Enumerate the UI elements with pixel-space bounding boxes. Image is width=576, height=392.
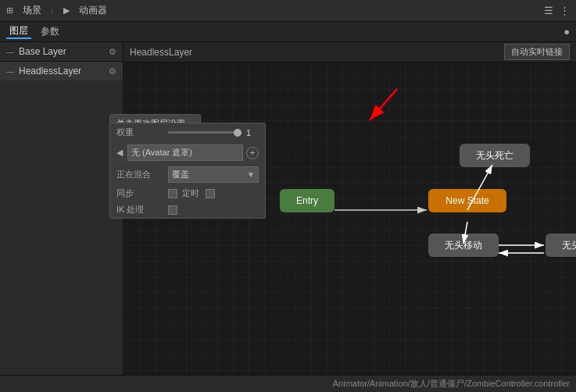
node-new-state[interactable]: New State	[428, 189, 506, 212]
more-icon[interactable]: ⋮	[560, 5, 570, 16]
avatar-select-label: 无 (Avatar 遮罩)	[131, 147, 192, 159]
node-headless-move[interactable]: 无头移动	[428, 233, 499, 257]
animator-label[interactable]: 动画器	[79, 4, 107, 17]
avatar-select[interactable]: 无 (Avatar 遮罩)	[127, 144, 243, 161]
status-path: Animator/Animation/敌人/普通僵尸/ZombieControl…	[333, 378, 570, 390]
ik-label: IK 处理	[116, 204, 163, 216]
layer-panel: 权重 1 ◀ 无 (Avatar 遮罩) + 正在混合	[109, 123, 266, 219]
sync-row: 同步 定时	[110, 185, 265, 201]
weight-slider[interactable]	[168, 131, 241, 134]
sidebar-item-headless-layer[interactable]: — HeadlessLayer ⚙	[0, 62, 123, 80]
sidebar-item-base-layer[interactable]: — Base Layer ⚙	[0, 42, 123, 61]
top-bar: ⊞ 场景 › ▶ 动画器 ☰ ⋮	[0, 0, 576, 22]
arrow-icon: ◀	[116, 148, 124, 158]
ik-checkbox[interactable]	[168, 205, 177, 215]
base-layer-name: Base Layer	[19, 46, 104, 57]
scene-icon: ⊞	[6, 5, 13, 16]
node-entry[interactable]: Entry	[280, 189, 335, 212]
avatar-mask-row: ◀ 无 (Avatar 遮罩) +	[110, 141, 265, 164]
timing-label: 定时	[182, 187, 199, 199]
sync-checkbox[interactable]	[168, 189, 177, 198]
breadcrumb: HeadlessLayer	[130, 47, 192, 58]
timing-checkbox[interactable]	[206, 189, 215, 198]
blend-row: 正在混合 覆盖 ▼	[110, 164, 265, 185]
sidebar: — Base Layer ⚙ — HeadlessLayer ⚙ 单击更改图层设…	[0, 42, 123, 375]
node-new-state-label: New State	[445, 195, 488, 206]
node-headless-attack-label: 无头攻击	[562, 239, 576, 252]
node-headless-death-label: 无头死亡	[476, 149, 513, 162]
headless-layer-name: HeadlessLayer	[19, 66, 104, 77]
blend-dropdown-arrow: ▼	[247, 170, 255, 179]
blend-value: 覆盖	[172, 169, 189, 180]
headless-layer-gear-icon[interactable]: ⚙	[109, 66, 116, 77]
main-layout: — Base Layer ⚙ — HeadlessLayer ⚙ 单击更改图层设…	[0, 42, 576, 375]
canvas-header: HeadlessLayer 自动实时链接	[123, 42, 576, 62]
blend-select[interactable]: 覆盖 ▼	[168, 166, 259, 183]
animator-icon: ▶	[63, 5, 70, 16]
tab-bar: 图层 参数 ●	[0, 22, 576, 42]
node-entry-label: Entry	[296, 195, 318, 206]
tab-params[interactable]: 参数	[38, 25, 63, 38]
base-layer-gear-icon[interactable]: ⚙	[109, 47, 116, 57]
weight-value: 1	[246, 128, 259, 137]
scene-label[interactable]: 场景	[23, 4, 41, 17]
sync-label: 同步	[116, 187, 163, 199]
slider-knob	[234, 129, 241, 137]
layer-minus-icon-2: —	[6, 67, 14, 76]
menu-icon[interactable]: ☰	[544, 5, 553, 16]
separator: ›	[51, 5, 54, 16]
tab-layers[interactable]: 图层	[6, 24, 31, 39]
layer-minus-icon: —	[6, 48, 14, 56]
auto-link-button[interactable]: 自动实时链接	[504, 44, 570, 60]
node-headless-attack[interactable]: 无头攻击	[546, 233, 576, 257]
status-bar: Animator/Animation/敌人/普通僵尸/ZombieControl…	[0, 375, 576, 392]
node-headless-death[interactable]: 无头死亡	[460, 144, 530, 167]
slider-track	[168, 131, 241, 134]
avatar-add-button[interactable]: +	[246, 147, 259, 159]
weight-row: 权重 1	[110, 123, 265, 141]
ik-row: IK 处理	[110, 201, 265, 218]
blend-label: 正在混合	[116, 169, 163, 180]
eye-icon[interactable]: ●	[563, 26, 570, 37]
node-headless-move-label: 无头移动	[445, 239, 482, 252]
top-bar-right: ☰ ⋮	[544, 5, 570, 16]
weight-label: 权重	[116, 127, 163, 138]
